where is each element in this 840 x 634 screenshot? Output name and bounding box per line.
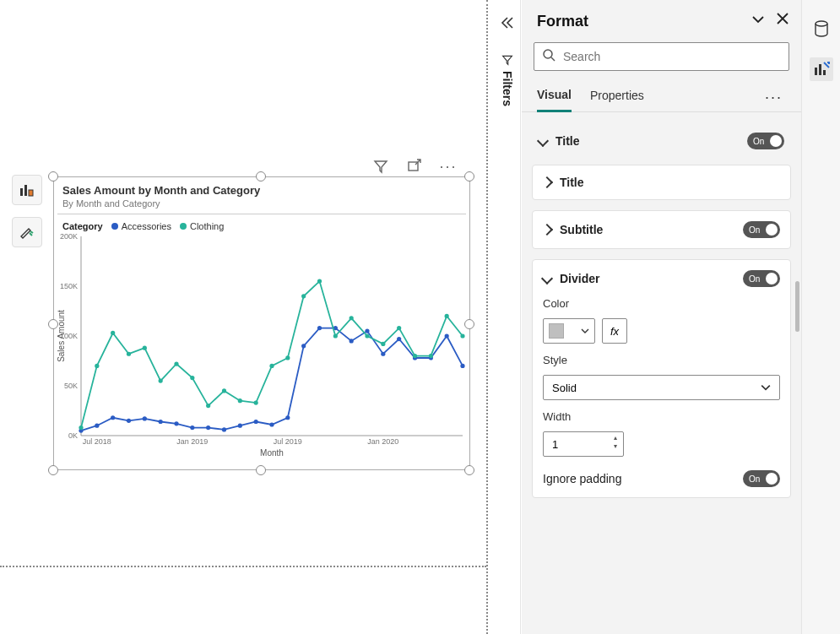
filter-icon[interactable] (371, 157, 390, 176)
svg-point-46 (350, 316, 354, 320)
svg-point-27 (445, 333, 449, 338)
ignore-padding-toggle[interactable]: On (743, 470, 780, 487)
width-stepper[interactable]: 1 ▴▾ (543, 431, 624, 457)
more-options-icon[interactable]: ··· (439, 157, 458, 176)
close-icon[interactable] (776, 12, 789, 30)
svg-point-10 (174, 421, 178, 425)
step-down-icon[interactable]: ▾ (611, 442, 620, 451)
subtitle-toggle[interactable]: On (743, 221, 780, 238)
legend-label: Category (62, 221, 103, 231)
style-label: Style (543, 354, 780, 366)
chevron-down-icon[interactable] (751, 12, 766, 30)
legend-item-a: Accessories (122, 221, 171, 231)
svg-point-17 (285, 415, 290, 420)
format-pane-icon[interactable] (810, 57, 833, 81)
svg-point-43 (301, 294, 306, 298)
svg-rect-1 (24, 185, 27, 196)
resize-handle[interactable] (464, 465, 474, 475)
y-tick: 0K (68, 431, 78, 440)
chart-visual[interactable]: Sales Amount by Month and Category By Mo… (53, 176, 470, 470)
svg-point-47 (365, 333, 369, 338)
title-toggle[interactable]: On (747, 133, 784, 149)
chart-subtitle: By Month and Category (54, 198, 469, 214)
color-picker[interactable] (543, 318, 595, 344)
card-divider: Divider On Color fx Style Solid Width 1 … (532, 259, 791, 498)
color-swatch (549, 323, 564, 339)
svg-point-28 (460, 364, 464, 368)
section-title[interactable]: Title On (532, 127, 791, 154)
resize-handle[interactable] (256, 171, 266, 182)
chart-legend: Category Accessories Clothing (54, 214, 469, 235)
resize-handle[interactable] (48, 319, 58, 329)
svg-point-9 (159, 420, 163, 424)
y-tick: 50K (64, 382, 78, 390)
svg-point-51 (429, 354, 433, 358)
svg-point-5 (95, 424, 99, 428)
focus-mode-icon[interactable] (405, 157, 424, 176)
svg-point-8 (143, 416, 147, 420)
switch-visual-icon[interactable] (12, 175, 42, 205)
chevron-down-icon (537, 135, 549, 147)
expand-filters-icon[interactable] (500, 15, 515, 34)
svg-point-12 (206, 425, 210, 430)
svg-rect-2 (29, 190, 33, 196)
svg-point-49 (397, 326, 401, 330)
filters-pane-collapsed: Filters (494, 0, 521, 634)
x-tick: Jul 2019 (274, 437, 302, 446)
svg-point-16 (269, 422, 274, 426)
y-tick: 200K (60, 232, 78, 241)
svg-point-18 (301, 344, 306, 348)
tab-properties[interactable]: Properties (590, 84, 644, 111)
svg-point-22 (365, 329, 369, 333)
svg-point-50 (413, 354, 417, 358)
svg-point-48 (381, 342, 385, 346)
resize-handle[interactable] (256, 465, 266, 475)
search-icon (542, 48, 555, 65)
step-up-icon[interactable]: ▴ (611, 434, 620, 442)
style-select[interactable]: Solid (543, 375, 780, 400)
filters-label[interactable]: Filters (501, 54, 514, 106)
data-pane-icon[interactable] (810, 17, 833, 41)
svg-point-24 (397, 337, 401, 341)
svg-point-23 (381, 352, 385, 356)
resize-handle[interactable] (48, 465, 58, 475)
x-tick: Jul 2018 (83, 437, 111, 446)
chevron-right-icon (541, 224, 553, 236)
y-tick: 150K (60, 282, 78, 290)
ignore-padding-label: Ignore padding (543, 472, 621, 485)
svg-point-11 (190, 425, 194, 430)
svg-point-37 (206, 404, 210, 408)
svg-point-33 (143, 346, 147, 350)
fx-button[interactable]: fx (602, 318, 627, 344)
resize-handle[interactable] (48, 171, 58, 182)
right-rail (802, 0, 840, 634)
legend-item-b: Clothing (190, 221, 224, 231)
tab-visual[interactable]: Visual (537, 83, 572, 112)
visual-side-toolbar (12, 175, 42, 247)
svg-point-35 (174, 361, 178, 366)
svg-point-40 (254, 400, 258, 404)
svg-point-14 (238, 424, 242, 428)
divider-toggle[interactable]: On (743, 270, 780, 287)
more-format-options-icon[interactable]: ··· (765, 89, 786, 106)
format-pane: Format Visual Properties ··· Title On Ti… (522, 0, 802, 634)
svg-point-45 (333, 333, 338, 338)
resize-handle[interactable] (464, 319, 474, 329)
chevron-down-icon (581, 327, 589, 335)
legend-dot-accessories (111, 223, 118, 230)
format-pane-title: Format (537, 13, 588, 30)
x-axis-label: Month (260, 448, 284, 458)
svg-point-39 (238, 398, 242, 403)
format-brush-icon[interactable] (12, 217, 42, 247)
svg-point-13 (222, 427, 226, 431)
resize-handle[interactable] (464, 171, 474, 182)
svg-point-42 (285, 355, 290, 360)
color-label: Color (543, 297, 780, 310)
search-field (534, 42, 789, 71)
search-input[interactable] (534, 42, 789, 71)
svg-point-30 (95, 364, 99, 368)
svg-point-52 (445, 314, 449, 318)
svg-point-54 (544, 50, 552, 58)
scrollbar-thumb[interactable] (795, 281, 799, 332)
svg-point-21 (350, 339, 354, 343)
